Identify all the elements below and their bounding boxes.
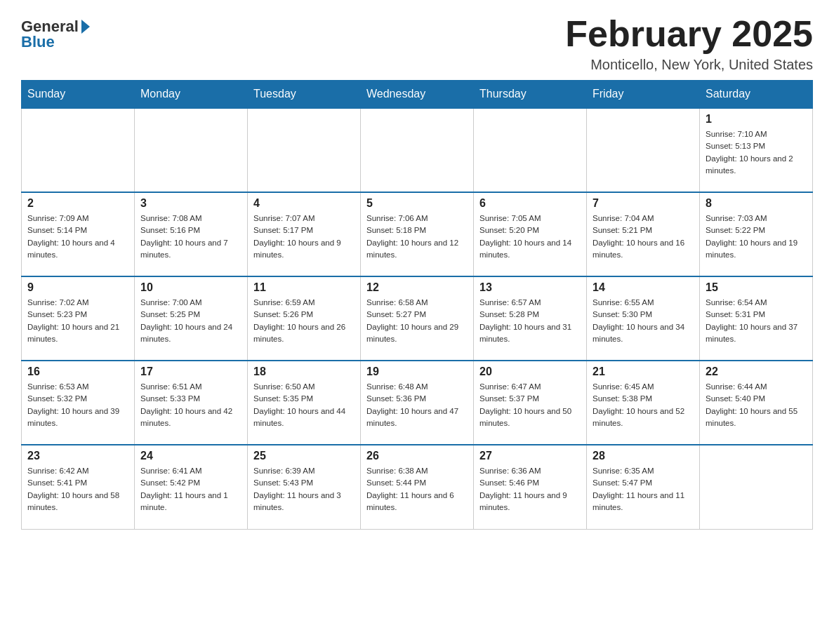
day-number: 27 [479,450,581,462]
day-sun-info: Sunrise: 6:59 AMSunset: 5:26 PMDaylight:… [253,297,355,345]
calendar-day-cell: 13Sunrise: 6:57 AMSunset: 5:28 PMDayligh… [474,276,587,361]
calendar-day-cell: 25Sunrise: 6:39 AMSunset: 5:43 PMDayligh… [248,445,361,529]
day-sun-info: Sunrise: 7:09 AMSunset: 5:14 PMDaylight:… [27,213,128,261]
calendar-day-cell: 19Sunrise: 6:48 AMSunset: 5:36 PMDayligh… [361,361,474,445]
day-number: 2 [27,197,128,210]
day-number: 5 [366,197,468,210]
day-number: 22 [706,365,807,378]
day-sun-info: Sunrise: 6:36 AMSunset: 5:46 PMDaylight:… [479,465,581,514]
calendar-day-cell: 2Sunrise: 7:09 AMSunset: 5:14 PMDaylight… [22,192,135,276]
day-sun-info: Sunrise: 7:02 AMSunset: 5:23 PMDaylight:… [27,297,128,345]
day-sun-info: Sunrise: 6:57 AMSunset: 5:28 PMDaylight:… [479,297,581,345]
day-number: 4 [253,197,355,210]
day-sun-info: Sunrise: 6:44 AMSunset: 5:40 PMDaylight:… [706,381,807,429]
calendar-header-friday: Friday [587,81,700,109]
day-sun-info: Sunrise: 6:58 AMSunset: 5:27 PMDaylight:… [366,297,468,345]
day-number: 9 [27,281,128,294]
day-number: 17 [140,365,241,378]
calendar-day-cell: 3Sunrise: 7:08 AMSunset: 5:16 PMDaylight… [135,192,248,276]
calendar-day-cell [587,108,700,192]
calendar-day-cell: 18Sunrise: 6:50 AMSunset: 5:35 PMDayligh… [248,361,361,445]
day-number: 23 [27,450,128,462]
calendar-header-monday: Monday [135,81,248,109]
day-sun-info: Sunrise: 7:04 AMSunset: 5:21 PMDaylight:… [593,213,694,261]
calendar-week-row: 16Sunrise: 6:53 AMSunset: 5:32 PMDayligh… [22,361,813,445]
day-number: 3 [140,197,241,210]
day-number: 11 [253,281,355,294]
day-number: 8 [706,197,807,210]
calendar-day-cell: 21Sunrise: 6:45 AMSunset: 5:38 PMDayligh… [587,361,700,445]
day-number: 14 [593,281,694,294]
day-number: 28 [593,450,694,462]
day-number: 18 [253,365,355,378]
calendar-week-row: 23Sunrise: 6:42 AMSunset: 5:41 PMDayligh… [22,445,813,529]
calendar-week-row: 2Sunrise: 7:09 AMSunset: 5:14 PMDaylight… [22,192,813,276]
calendar-header-thursday: Thursday [474,81,587,109]
day-sun-info: Sunrise: 7:08 AMSunset: 5:16 PMDaylight:… [140,213,241,261]
calendar-day-cell: 7Sunrise: 7:04 AMSunset: 5:21 PMDaylight… [587,192,700,276]
day-sun-info: Sunrise: 6:39 AMSunset: 5:43 PMDaylight:… [253,465,355,514]
calendar-day-cell: 9Sunrise: 7:02 AMSunset: 5:23 PMDaylight… [22,276,135,361]
day-number: 21 [593,365,694,378]
day-sun-info: Sunrise: 6:55 AMSunset: 5:30 PMDaylight:… [593,297,694,345]
day-sun-info: Sunrise: 7:07 AMSunset: 5:17 PMDaylight:… [253,213,355,261]
calendar-day-cell: 16Sunrise: 6:53 AMSunset: 5:32 PMDayligh… [22,361,135,445]
calendar-day-cell: 12Sunrise: 6:58 AMSunset: 5:27 PMDayligh… [361,276,474,361]
page-header: General Blue February 2025 Monticello, N… [21,14,813,73]
day-sun-info: Sunrise: 6:45 AMSunset: 5:38 PMDaylight:… [593,381,694,429]
calendar-day-cell: 4Sunrise: 7:07 AMSunset: 5:17 PMDaylight… [248,192,361,276]
day-sun-info: Sunrise: 6:42 AMSunset: 5:41 PMDaylight:… [27,465,128,514]
calendar-day-cell: 24Sunrise: 6:41 AMSunset: 5:42 PMDayligh… [135,445,248,529]
day-number: 1 [706,113,807,126]
day-number: 24 [140,450,241,462]
calendar-table: SundayMondayTuesdayWednesdayThursdayFrid… [21,80,813,530]
day-number: 15 [706,281,807,294]
title-section: February 2025 Monticello, New York, Unit… [565,14,813,73]
calendar-day-cell: 27Sunrise: 6:36 AMSunset: 5:46 PMDayligh… [474,445,587,529]
calendar-day-cell [474,108,587,192]
calendar-day-cell: 17Sunrise: 6:51 AMSunset: 5:33 PMDayligh… [135,361,248,445]
day-number: 16 [27,365,128,378]
day-sun-info: Sunrise: 7:00 AMSunset: 5:25 PMDaylight:… [140,297,241,345]
month-title: February 2025 [565,14,813,54]
day-number: 7 [593,197,694,210]
calendar-header-sunday: Sunday [22,81,135,109]
calendar-day-cell [248,108,361,192]
calendar-header-wednesday: Wednesday [361,81,474,109]
calendar-week-row: 9Sunrise: 7:02 AMSunset: 5:23 PMDaylight… [22,276,813,361]
day-sun-info: Sunrise: 7:05 AMSunset: 5:20 PMDaylight:… [479,213,581,261]
day-sun-info: Sunrise: 6:51 AMSunset: 5:33 PMDaylight:… [140,381,241,429]
day-sun-info: Sunrise: 7:03 AMSunset: 5:22 PMDaylight:… [706,213,807,261]
logo-blue-text: Blue [21,33,55,51]
calendar-day-cell: 23Sunrise: 6:42 AMSunset: 5:41 PMDayligh… [22,445,135,529]
day-number: 12 [366,281,468,294]
calendar-header-row: SundayMondayTuesdayWednesdayThursdayFrid… [22,81,813,109]
day-sun-info: Sunrise: 6:47 AMSunset: 5:37 PMDaylight:… [479,381,581,429]
day-sun-info: Sunrise: 6:50 AMSunset: 5:35 PMDaylight:… [253,381,355,429]
calendar-day-cell: 26Sunrise: 6:38 AMSunset: 5:44 PMDayligh… [361,445,474,529]
day-sun-info: Sunrise: 6:53 AMSunset: 5:32 PMDaylight:… [27,381,128,429]
calendar-day-cell: 15Sunrise: 6:54 AMSunset: 5:31 PMDayligh… [700,276,813,361]
calendar-day-cell: 6Sunrise: 7:05 AMSunset: 5:20 PMDaylight… [474,192,587,276]
logo: General Blue [21,14,90,51]
calendar-day-cell: 22Sunrise: 6:44 AMSunset: 5:40 PMDayligh… [700,361,813,445]
calendar-day-cell: 10Sunrise: 7:00 AMSunset: 5:25 PMDayligh… [135,276,248,361]
calendar-day-cell: 8Sunrise: 7:03 AMSunset: 5:22 PMDaylight… [700,192,813,276]
calendar-day-cell [700,445,813,529]
calendar-day-cell [22,108,135,192]
logo-arrow-icon [81,20,90,34]
day-sun-info: Sunrise: 6:35 AMSunset: 5:47 PMDaylight:… [593,465,694,514]
calendar-day-cell [361,108,474,192]
calendar-day-cell: 28Sunrise: 6:35 AMSunset: 5:47 PMDayligh… [587,445,700,529]
day-number: 19 [366,365,468,378]
location-text: Monticello, New York, United States [565,57,813,73]
calendar-week-row: 1Sunrise: 7:10 AMSunset: 5:13 PMDaylight… [22,108,813,192]
calendar-day-cell: 5Sunrise: 7:06 AMSunset: 5:18 PMDaylight… [361,192,474,276]
calendar-day-cell: 11Sunrise: 6:59 AMSunset: 5:26 PMDayligh… [248,276,361,361]
calendar-day-cell: 20Sunrise: 6:47 AMSunset: 5:37 PMDayligh… [474,361,587,445]
calendar-day-cell: 1Sunrise: 7:10 AMSunset: 5:13 PMDaylight… [700,108,813,192]
calendar-day-cell: 14Sunrise: 6:55 AMSunset: 5:30 PMDayligh… [587,276,700,361]
day-number: 25 [253,450,355,462]
day-number: 26 [366,450,468,462]
day-number: 6 [479,197,581,210]
